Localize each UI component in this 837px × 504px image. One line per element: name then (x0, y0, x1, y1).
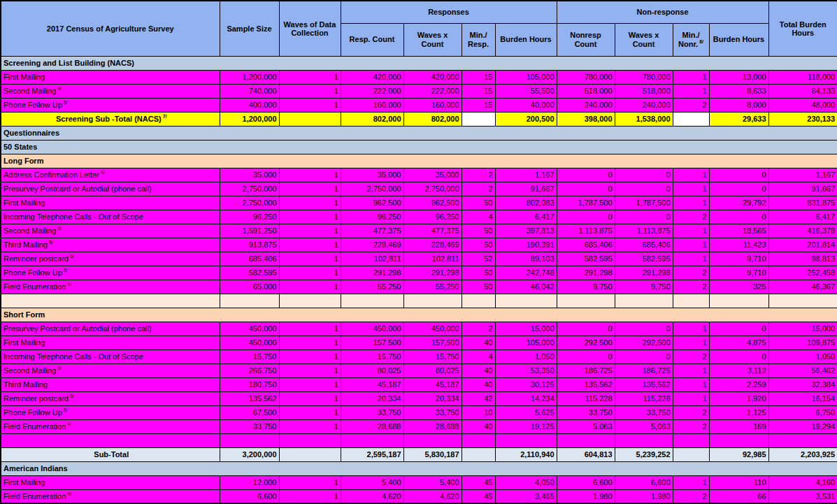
cell-nonresp-waves-x-count: 0 (615, 168, 673, 182)
empty-cell (220, 433, 279, 447)
row-label: First Mailing (1, 475, 220, 489)
cell-nonresp-burden-hours: 29,792 (709, 196, 768, 210)
cell-min-nonr: 1 (673, 196, 709, 210)
row-label: Presurvey Postcard or Autodial (phone ca… (1, 322, 220, 336)
section-label: Screening and List Building (NACS) (1, 56, 837, 70)
cell-waves: 1 (279, 350, 341, 363)
empty-cell (462, 433, 495, 447)
cell-min-nonr: 2 (673, 350, 709, 363)
cell-nonresp-waves-x-count: 0 (615, 350, 673, 363)
cell-sample-size: 65,000 (220, 280, 279, 294)
cell-nonresp-burden-hours: 66 (709, 489, 768, 503)
cell-min-nonr: 2 (673, 98, 709, 112)
cell-total-burden-hours: 416,378 (768, 224, 837, 238)
cell-sample-size: 67,500 (220, 405, 279, 419)
cell-nonresp-count: 0 (557, 168, 615, 182)
cell-sample-size: 96,250 (220, 210, 279, 224)
cell-nonresp-burden-hours: 2,259 (709, 377, 768, 391)
cell-waves: 1 (279, 475, 341, 489)
cell-waves: 1 (279, 168, 341, 182)
cell-min-nonr: 2 (673, 210, 709, 224)
cell-resp-count: 962,500 (341, 196, 403, 210)
cell-resp-waves-x-count: 5,830,187 (403, 447, 462, 461)
cell-nonresp-count: 115,228 (557, 391, 615, 405)
cell-nonresp-burden-hours: 0 (709, 210, 768, 224)
empty-cell (768, 433, 837, 447)
cell-nonresp-waves-x-count: 685,406 (615, 238, 673, 252)
empty-cell (220, 294, 279, 308)
cell-resp-waves-x-count: 477,375 (403, 224, 462, 238)
table-row: Phone Follow Up5/400,0001160,000160,0001… (1, 98, 837, 112)
cell-min-resp: 45 (462, 489, 495, 503)
cell-resp-count: 477,375 (341, 224, 403, 238)
section-label: American Indians (1, 461, 837, 475)
empty-cell (403, 294, 462, 308)
cell-min-resp: 50 (462, 196, 495, 210)
cell-nonresp-waves-x-count: 291,298 (615, 266, 673, 280)
empty-cell (673, 433, 709, 447)
cell-min-nonr: 1 (673, 391, 709, 405)
cell-nonresp-waves-x-count: 5,239,252 (615, 447, 673, 461)
row-label: Field Enumeration4/ (1, 419, 220, 433)
cell-total-burden-hours: 230,133 (768, 112, 837, 126)
row-label: Incoming Telephone Calls - Out of Scope (1, 350, 220, 363)
table-row: Incoming Telephone Calls - Out of Scope1… (1, 350, 837, 363)
cell-resp-count: 20,334 (341, 391, 403, 405)
cell-min-resp (462, 112, 495, 126)
cell-nonresp-waves-x-count: 1,113,875 (615, 224, 673, 238)
cell-resp-burden-hours: 802,083 (495, 196, 557, 210)
cell-waves (279, 447, 341, 461)
cell-min-nonr: 2 (673, 419, 709, 433)
blank-row (1, 433, 837, 447)
cell-nonresp-count: 1,980 (557, 489, 615, 503)
min-nonr-label: Min./ Nonr. (678, 31, 700, 48)
cell-total-burden-hours: 98,813 (768, 252, 837, 266)
cell-min-nonr: 1 (673, 168, 709, 182)
cell-nonresp-waves-x-count: 1,980 (615, 489, 673, 503)
table-row: Third Mailing180,750145,18745,1874030,12… (1, 377, 837, 391)
cell-min-resp: 40 (462, 377, 495, 391)
cell-nonresp-waves-x-count: 1,787,500 (615, 196, 673, 210)
footnote-marker: 6/ (699, 39, 703, 44)
cell-min-resp: 40 (462, 419, 495, 433)
cell-min-nonr: 1 (673, 238, 709, 252)
cell-nonresp-waves-x-count: 240,000 (615, 98, 673, 112)
cell-sample-size: 15,750 (220, 350, 279, 363)
cell-total-burden-hours: 118,000 (768, 70, 837, 84)
cell-waves: 1 (279, 322, 341, 336)
row-label: Second Mailing5/ (1, 224, 220, 238)
cell-nonresp-burden-hours: 29,633 (709, 112, 768, 126)
cell-min-resp: 15 (462, 70, 495, 84)
cell-resp-waves-x-count: 450,000 (403, 322, 462, 336)
cell-total-burden-hours: 16,154 (768, 391, 837, 405)
footnote-marker: 4/ (67, 282, 71, 287)
empty-cell (709, 294, 768, 308)
cell-min-nonr: 1 (673, 377, 709, 391)
cell-nonresp-count: 0 (557, 182, 615, 196)
cell-sample-size: 135,562 (220, 391, 279, 405)
footnote-marker: 4/ (57, 86, 62, 91)
cell-resp-burden-hours: 46,042 (495, 280, 557, 294)
cell-waves: 1 (279, 210, 341, 224)
cell-resp-waves-x-count: 102,811 (403, 252, 462, 266)
cell-waves: 1 (279, 336, 341, 350)
cell-resp-burden-hours: 397,813 (495, 224, 557, 238)
row-label: Field Enumeration4/ (1, 280, 220, 294)
cell-resp-waves-x-count: 96,250 (403, 210, 462, 224)
cell-resp-waves-x-count: 157,500 (403, 336, 462, 350)
burden-table-container: 2017 Census of Agriculture Survey Sample… (0, 0, 837, 504)
table-header: 2017 Census of Agriculture Survey Sample… (1, 1, 837, 56)
table-title: 2017 Census of Agriculture Survey (1, 1, 220, 56)
row-label: First Mailing (1, 196, 220, 210)
cell-total-burden-hours: 6,417 (768, 210, 837, 224)
row-label: First Mailing (1, 70, 220, 84)
cell-sample-size: 6,600 (220, 489, 279, 503)
col-header-min-nonr: Min./ Nonr.6/ (673, 23, 709, 56)
cell-resp-waves-x-count: 420,000 (403, 70, 462, 84)
cell-min-resp (462, 447, 495, 461)
section-row: Screening and List Building (NACS) (1, 56, 837, 70)
cell-min-nonr: 2 (673, 489, 709, 503)
cell-min-resp: 50 (462, 266, 495, 280)
cell-resp-burden-hours: 40,000 (495, 98, 557, 112)
cell-nonresp-burden-hours: 11,423 (709, 238, 768, 252)
